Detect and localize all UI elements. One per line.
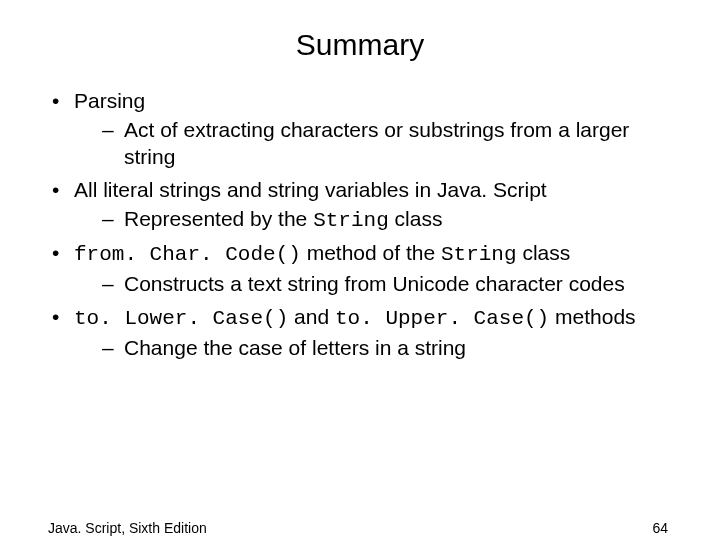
footer-left: Java. Script, Sixth Edition xyxy=(48,520,207,536)
sub-list-item: Act of extracting characters or substrin… xyxy=(74,117,672,171)
list-item: ParsingAct of extracting characters or s… xyxy=(48,88,672,171)
footer-right: 64 xyxy=(652,520,668,536)
slide-content: ParsingAct of extracting characters or s… xyxy=(0,88,720,362)
text-span: Act of extracting characters or substrin… xyxy=(124,118,629,168)
text-span: Change the case of letters in a string xyxy=(124,336,466,359)
list-item: to. Lower. Case() and to. Upper. Case() … xyxy=(48,304,672,362)
slide: Summary ParsingAct of extracting charact… xyxy=(0,28,720,540)
code-span: to. Lower. Case() xyxy=(74,307,288,330)
list-item: from. Char. Code() method of the String … xyxy=(48,240,672,298)
slide-title: Summary xyxy=(0,28,720,62)
text-span: Parsing xyxy=(74,89,145,112)
text-span: method of the xyxy=(301,241,441,264)
text-span: Constructs a text string from Unicode ch… xyxy=(124,272,625,295)
text-span: Represented by the xyxy=(124,207,313,230)
sub-list-item: Constructs a text string from Unicode ch… xyxy=(74,271,672,298)
text-span: methods xyxy=(549,305,635,328)
sub-list: Constructs a text string from Unicode ch… xyxy=(74,271,672,298)
text-span: and xyxy=(288,305,335,328)
sub-list-item: Change the case of letters in a string xyxy=(74,335,672,362)
sub-list: Change the case of letters in a string xyxy=(74,335,672,362)
bullet-list: ParsingAct of extracting characters or s… xyxy=(48,88,672,362)
code-span: to. Upper. Case() xyxy=(335,307,549,330)
code-span: String xyxy=(441,243,517,266)
text-span: class xyxy=(517,241,571,264)
sub-list: Act of extracting characters or substrin… xyxy=(74,117,672,171)
list-item: All literal strings and string variables… xyxy=(48,177,672,235)
sub-list: Represented by the String class xyxy=(74,206,672,235)
text-span: All literal strings and string variables… xyxy=(74,178,547,201)
sub-list-item: Represented by the String class xyxy=(74,206,672,235)
code-span: String xyxy=(313,209,389,232)
text-span: class xyxy=(389,207,443,230)
code-span: from. Char. Code() xyxy=(74,243,301,266)
